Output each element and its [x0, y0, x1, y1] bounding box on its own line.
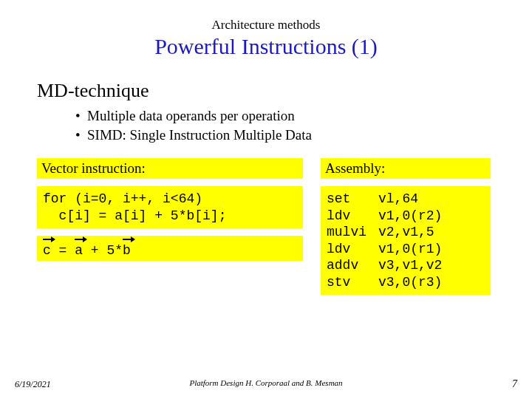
- vector-a: a: [75, 243, 83, 258]
- footer-center: Platform Design H. Corporaal and B. Mesm…: [189, 378, 342, 387]
- asm-op: addv: [327, 257, 378, 274]
- asm-op: set: [327, 191, 378, 208]
- asm-row: setvl,64: [327, 191, 485, 208]
- asm-op: stv: [327, 274, 378, 291]
- asm-row: ldvv1,0(r1): [327, 241, 485, 258]
- bullet-item: SIMD: Single Instruction Multiple Data: [75, 126, 502, 145]
- slide: Architecture methods Powerful Instructio…: [0, 0, 532, 399]
- asm-op: ldv: [327, 208, 378, 225]
- pretitle: Architecture methods: [30, 18, 502, 33]
- assembly-heading: Assembly:: [321, 158, 491, 179]
- asm-args: v2,v1,5: [378, 224, 434, 241]
- vector-c: c: [43, 243, 51, 258]
- asm-args: v3,v1,v2: [378, 257, 442, 274]
- section-heading: MD-technique: [37, 80, 502, 102]
- bullet-item: Multiple data operands per operation: [75, 106, 502, 126]
- code-loop: for (i=0, i++, i<64) c[i] = a[i] + 5*b[i…: [37, 186, 303, 228]
- asm-args: v3,0(r3): [378, 274, 442, 291]
- asm-args: v1,0(r1): [378, 241, 442, 258]
- eq-sign: =: [51, 243, 75, 258]
- assembly-code: setvl,64 ldvv1,0(r2) mulviv2,v1,5 ldvv1,…: [321, 186, 491, 295]
- footer: 6/19/2021 Platform Design H. Corporaal a…: [0, 378, 532, 390]
- plus-term: + 5*: [83, 243, 123, 258]
- asm-args: v1,0(r2): [378, 208, 442, 225]
- two-columns: Vector instruction: for (i=0, i++, i<64)…: [37, 158, 502, 295]
- asm-row: stvv3,0(r3): [327, 274, 485, 291]
- asm-op: ldv: [327, 241, 378, 258]
- asm-row: addvv3,v1,v2: [327, 257, 485, 274]
- asm-row: mulviv2,v1,5: [327, 224, 485, 241]
- bullet-list: Multiple data operands per operation SIM…: [46, 106, 502, 144]
- footer-date: 6/19/2021: [15, 379, 51, 390]
- footer-page-number: 7: [512, 378, 517, 390]
- slide-title: Powerful Instructions (1): [30, 34, 502, 59]
- asm-op: mulvi: [327, 224, 378, 241]
- asm-row: ldvv1,0(r2): [327, 208, 485, 225]
- asm-args: vl,64: [378, 191, 418, 208]
- column-vector: Vector instruction: for (i=0, i++, i<64)…: [37, 158, 303, 295]
- vector-b: b: [123, 243, 131, 258]
- vector-equation: c = a + 5*b: [37, 236, 303, 261]
- vector-heading: Vector instruction:: [37, 158, 303, 179]
- column-assembly: Assembly: setvl,64 ldvv1,0(r2) mulviv2,v…: [321, 158, 491, 295]
